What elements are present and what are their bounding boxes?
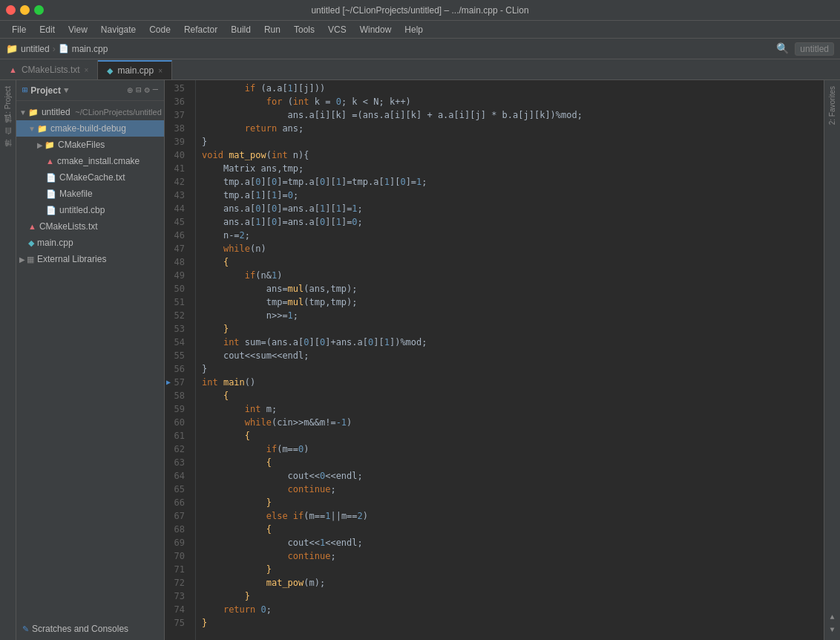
run-arrow-line: ▶ 57 (165, 376, 189, 389)
tab-cmake-close[interactable]: × (85, 66, 89, 74)
menu-window[interactable]: Window (354, 23, 398, 36)
code-line-54: int sum=(ans.a[0][0]+ans.a[0][1])%mod; (202, 336, 824, 349)
scroll-top-icon[interactable]: ▲ (830, 613, 834, 621)
code-line-60: while(cin>>m&&m!=-1) (202, 416, 824, 429)
code-line-39: } (202, 135, 824, 148)
maximize-button[interactable] (34, 5, 44, 15)
menu-help[interactable]: Help (398, 23, 429, 36)
dropdown-icon[interactable]: ▼ (64, 86, 69, 95)
menu-vcs[interactable]: VCS (322, 23, 352, 36)
tree-item-root[interactable]: ▼ 📁 untitled ~/CLionProjects/untitled (16, 104, 164, 120)
menu-navigate[interactable]: Navigate (95, 23, 142, 36)
search-icon[interactable]: 🔍 (776, 42, 789, 55)
code-line-42: tmp.a[0][0]=tmp.a[0][1]=tmp.a[1][0]=1; (202, 175, 824, 189)
add-icon[interactable]: ⊕ (128, 85, 134, 97)
code-line-40: void mat_pow(int n){ (202, 148, 824, 162)
tree-label-cmakelists: CMakeLists.txt (39, 221, 98, 232)
code-line-67: else if(m==1||m==2) (202, 509, 824, 523)
tree-label-maincpp: main.cpp (37, 238, 73, 248)
sidebar: ⊞ Project ▼ ⊕ ⊟ ⚙ — ▼ 📁 untitled ~/CLion… (16, 80, 165, 640)
tab-cpp-close[interactable]: × (158, 67, 163, 75)
tree-label-cmakefiles: CMakeFiles (58, 140, 105, 150)
sidebar-item-scratches[interactable]: ✎ Scratches and Consoles (16, 621, 164, 637)
tree-label-cbp: untitled.cbp (59, 205, 105, 215)
tab-cmakeLists[interactable]: ▲ CMakeLists.txt × (0, 60, 98, 79)
margin-tab-4[interactable]: 博 (1, 147, 16, 159)
code-line-73: } (202, 590, 824, 603)
line-numbers: 35 36 37 38 39 40 41 42 43 44 45 46 47 4… (165, 80, 196, 640)
tree-item-cmake-build[interactable]: ▼ 📁 cmake-build-debug (16, 120, 164, 137)
folder-cmake-icon: 📁 (37, 124, 47, 134)
tree-item-cmakecache[interactable]: 📄 CMakeCache.txt (16, 169, 164, 186)
tree-item-cmakelists[interactable]: ▲ CMakeLists.txt (16, 218, 164, 235)
menu-view[interactable]: View (62, 23, 93, 36)
scratches-icon: ✎ (22, 624, 29, 634)
tree-label-cmake-install: cmake_install.cmake (57, 156, 140, 166)
code-line-63: { (202, 456, 824, 469)
project-tree: ▼ 📁 untitled ~/CLionProjects/untitled ▼ … (16, 101, 164, 618)
nav-untitled-badge[interactable]: untitled (795, 42, 834, 56)
code-line-75: } (202, 616, 824, 630)
breadcrumb-file[interactable]: main.cpp (72, 44, 108, 54)
code-line-57: int main() (202, 376, 824, 389)
tree-item-cmake-install[interactable]: ▲ cmake_install.cmake (16, 153, 164, 169)
tree-item-makefile[interactable]: 📄 Makefile (16, 186, 164, 202)
code-line-71: } (202, 563, 824, 576)
tree-item-cmakefiles[interactable]: ▶ 📁 CMakeFiles (16, 137, 164, 153)
tree-item-maincpp[interactable]: ◆ main.cpp (16, 235, 164, 251)
close-button[interactable] (6, 5, 16, 15)
minimize-button[interactable] (20, 5, 30, 15)
window-title: untitled [~/CLionProjects/untitled] – ..… (311, 5, 528, 16)
traffic-lights (6, 5, 44, 15)
sidebar-label-scratches: Scratches and Consoles (32, 624, 128, 634)
makefile-icon: 📄 (46, 189, 56, 199)
menu-build[interactable]: Build (225, 23, 257, 36)
main-layout: 1: Project 博 自 博 ⊞ Project ▼ ⊕ ⊟ ⚙ — ▼ 📁… (0, 80, 840, 640)
tree-item-external[interactable]: ▶ ▦ External Libraries (16, 251, 164, 267)
folder-cmakefiles-icon: 📁 (45, 140, 55, 150)
maincpp-icon: ◆ (28, 238, 34, 248)
sync-icon[interactable]: ⊟ (136, 85, 141, 97)
menu-refactor[interactable]: Refactor (178, 23, 223, 36)
menu-file[interactable]: File (6, 23, 32, 36)
margin-tab-3[interactable]: 自 (1, 135, 16, 147)
margin-tab-favorites[interactable]: 2: Favorites (826, 80, 839, 131)
menu-edit[interactable]: Edit (33, 23, 61, 36)
external-icon: ▦ (27, 255, 34, 264)
collapse-icon[interactable]: — (153, 85, 158, 97)
tree-label-external: External Libraries (37, 254, 106, 264)
code-line-66: } (202, 496, 824, 509)
menu-run[interactable]: Run (258, 23, 286, 36)
cbp-icon: 📄 (46, 206, 56, 215)
cmake-icon: ▲ (9, 65, 17, 74)
code-line-58: { (202, 389, 824, 402)
code-line-61: { (202, 429, 824, 443)
tab-cmake-label: CMakeLists.txt (22, 65, 80, 75)
code-line-43: tmp.a[1][1]=0; (202, 189, 824, 202)
margin-tab-2[interactable]: 博 (1, 123, 16, 135)
code-line-56: } (202, 362, 824, 376)
code-line-41: Matrix ans,tmp; (202, 162, 824, 175)
menu-tools[interactable]: Tools (288, 23, 321, 36)
code-line-44: ans.a[0][0]=ans.a[1][1]=1; (202, 202, 824, 215)
breadcrumb: 📁 untitled › 📄 main.cpp (6, 43, 108, 54)
code-line-35: if (a.a[1][j])) (202, 82, 824, 95)
nav-bar: 📁 untitled › 📄 main.cpp 🔍 untitled (0, 39, 840, 59)
code-editor[interactable]: if (a.a[1][j])) for (int k = 0; k < N; k… (196, 80, 824, 640)
settings-icon[interactable]: ⚙ (145, 85, 150, 97)
margin-tab-project[interactable]: 1: Project (1, 80, 14, 123)
scroll-bottom-icon[interactable]: ▼ (830, 626, 834, 634)
code-line-55: cout<<sum<<endl; (202, 349, 824, 362)
tab-cpp-label: main.cpp (117, 65, 154, 76)
code-line-46: n-=2; (202, 229, 824, 242)
title-bar: untitled [~/CLionProjects/untitled] – ..… (0, 0, 840, 21)
code-line-74: return 0; (202, 603, 824, 616)
menu-code[interactable]: Code (143, 23, 177, 36)
tree-item-cbp[interactable]: 📄 untitled.cbp (16, 202, 164, 218)
right-margin-tabs: 2: Favorites ▲ ▼ (824, 80, 840, 640)
code-line-37: ans.a[i][k] =(ans.a[i][k] + a.a[i][j] * … (202, 108, 824, 122)
tab-maincpp[interactable]: ◆ main.cpp × (98, 60, 172, 79)
breadcrumb-project[interactable]: untitled (21, 44, 50, 54)
code-line-72: mat_pow(m); (202, 576, 824, 590)
code-line-65: continue; (202, 483, 824, 496)
